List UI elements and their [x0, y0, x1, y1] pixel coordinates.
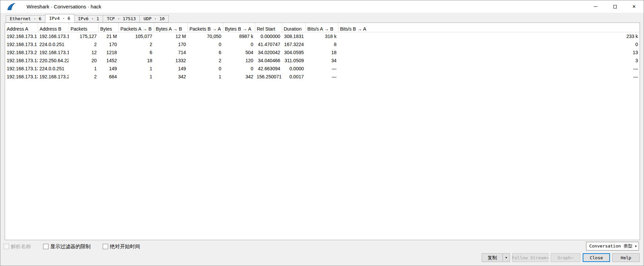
cell-bytes_ab[interactable]: 342 — [154, 73, 188, 81]
cell-rel_start[interactable]: 34.020042 — [255, 48, 282, 56]
cell-packets_ba[interactable]: 0 — [188, 40, 223, 48]
cell-bytes_ab[interactable]: 1332 — [154, 56, 188, 65]
copy-dropdown-arrow-icon[interactable]: ▼ — [503, 254, 510, 262]
cell-rel_start[interactable]: 156.250071 — [255, 73, 282, 81]
cell-address_a[interactable]: 192.168.173.1 — [5, 32, 38, 40]
cell-packets[interactable]: 175,127 — [69, 32, 98, 40]
cell-bits_ba[interactable]: 233 k — [338, 32, 640, 40]
cell-bytes[interactable]: 684 — [98, 73, 119, 81]
cell-bytes_ba[interactable]: 120 — [223, 56, 255, 65]
tab-ethernet[interactable]: Ethernet · 6 — [6, 15, 45, 23]
conversation-row[interactable]: 192.168.173.134220.250.64.22520145218133… — [5, 56, 640, 65]
cell-bits_ba[interactable]: 3 — [338, 56, 640, 65]
cell-duration[interactable]: 167.3224 — [282, 40, 305, 48]
cell-address_a[interactable]: 192.168.173.1 — [5, 40, 38, 48]
cell-packets_ab[interactable]: 2 — [119, 40, 154, 48]
cell-address_b[interactable]: 224.0.0.251 — [38, 40, 69, 48]
cell-bytes_ba[interactable]: 504 — [223, 48, 255, 56]
cell-rel_start[interactable]: 0.000000 — [255, 32, 282, 40]
cell-address_b[interactable]: 192.168.173.254 — [38, 73, 69, 81]
column-header-bits_ba[interactable]: Bits/s B → A — [338, 23, 640, 32]
column-header-packets_ba[interactable]: Packets B → A — [188, 23, 223, 32]
column-header-bytes_ba[interactable]: Bytes B → A — [223, 23, 255, 32]
cell-duration[interactable]: 0.0017 — [282, 73, 305, 81]
cell-bytes[interactable]: 170 — [98, 40, 119, 48]
close-dialog-button[interactable]: Close — [583, 253, 610, 262]
cell-packets_ba[interactable]: 1 — [188, 73, 223, 81]
cell-bits_ab[interactable]: 8 — [305, 40, 338, 48]
cell-bytes_ba[interactable]: 342 — [223, 73, 255, 81]
cell-packets_ba[interactable]: 6 — [188, 48, 223, 56]
cell-bits_ab[interactable]: 18 — [305, 48, 338, 56]
cell-bits_ab[interactable]: 34 — [305, 56, 338, 65]
cell-packets_ab[interactable]: 1 — [119, 65, 154, 73]
cell-bytes_ab[interactable]: 170 — [154, 40, 188, 48]
cell-bytes_ba[interactable]: 8987 k — [223, 32, 255, 40]
cell-bytes[interactable]: 1452 — [98, 56, 119, 65]
cell-bits_ba[interactable]: 0 — [338, 40, 640, 48]
absolute-start-time-checkbox[interactable]: 绝对开始时间 — [103, 243, 140, 250]
cell-packets[interactable]: 2 — [69, 73, 98, 81]
column-header-rel_start[interactable]: Rel Start — [255, 23, 282, 32]
cell-bits_ab[interactable]: 318 k — [305, 32, 338, 40]
cell-bytes[interactable]: 21 M — [98, 32, 119, 40]
cell-packets[interactable]: 12 — [69, 48, 98, 56]
cell-packets_ab[interactable]: 6 — [119, 48, 154, 56]
cell-bits_ab[interactable]: — — [305, 65, 338, 73]
cell-duration[interactable]: 0.0000 — [282, 65, 305, 73]
conversation-type-button[interactable]: Conversation 类型 ▼ — [586, 242, 639, 251]
cell-address_a[interactable]: 192.168.173.2 — [5, 48, 38, 56]
cell-address_b[interactable]: 220.250.64.225 — [38, 56, 69, 65]
tab-tcp[interactable]: TCP · 17513 — [103, 15, 140, 23]
cell-packets_ba[interactable]: 0 — [188, 65, 223, 73]
cell-bits_ab[interactable]: — — [305, 73, 338, 81]
cell-address_b[interactable]: 224.0.0.251 — [38, 65, 69, 73]
column-header-bits_ab[interactable]: Bits/s A → B — [305, 23, 338, 32]
cell-packets[interactable]: 20 — [69, 56, 98, 65]
cell-packets_ab[interactable]: 18 — [119, 56, 154, 65]
conversation-row[interactable]: 192.168.173.134224.0.0.251114911490042.6… — [5, 65, 640, 73]
cell-bytes_ab[interactable]: 12 M — [154, 32, 188, 40]
conversation-row[interactable]: 192.168.173.134192.168.173.2542684134213… — [5, 73, 640, 81]
column-header-packets[interactable]: Packets — [69, 23, 98, 32]
close-window-button[interactable]: ✕ — [624, 0, 644, 13]
cell-bits_ba[interactable]: — — [338, 65, 640, 73]
limit-to-filter-checkbox[interactable]: 显示过滤器的限制 — [43, 243, 91, 250]
column-header-bytes[interactable]: Bytes — [98, 23, 119, 32]
cell-bytes_ab[interactable]: 149 — [154, 65, 188, 73]
copy-button[interactable]: 复制 ▼ — [482, 253, 510, 262]
cell-packets_ab[interactable]: 105,077 — [119, 32, 154, 40]
cell-address_b[interactable]: 192.168.173.134 — [38, 32, 69, 40]
column-header-duration[interactable]: Duration — [282, 23, 305, 32]
cell-packets_ba[interactable]: 70,050 — [188, 32, 223, 40]
cell-duration[interactable]: 308.1831 — [282, 32, 305, 40]
cell-address_a[interactable]: 192.168.173.134 — [5, 73, 38, 81]
cell-bytes[interactable]: 149 — [98, 65, 119, 73]
resolve-names-checkbox[interactable]: 解析名称 — [4, 243, 31, 250]
cell-bits_ba[interactable]: 13 — [338, 48, 640, 56]
cell-rel_start[interactable]: 42.663094 — [255, 65, 282, 73]
cell-bytes[interactable]: 1218 — [98, 48, 119, 56]
help-button[interactable]: Help — [612, 253, 640, 262]
column-header-address_a[interactable]: Address A^ — [5, 23, 38, 32]
column-header-bytes_ab[interactable]: Bytes A → B — [154, 23, 188, 32]
cell-address_a[interactable]: 192.168.173.134 — [5, 56, 38, 65]
cell-duration[interactable]: 304.0595 — [282, 48, 305, 56]
minimize-button[interactable] — [586, 0, 605, 13]
conversation-row[interactable]: 192.168.173.1224.0.0.251217021700041.470… — [5, 40, 640, 48]
conversation-row[interactable]: 192.168.173.1192.168.173.134175,12721 M1… — [5, 32, 640, 40]
maximize-button[interactable] — [605, 0, 624, 13]
tab-ipv6[interactable]: IPv6 · 1 — [74, 15, 103, 23]
column-header-packets_ab[interactable]: Packets A → B — [119, 23, 154, 32]
tab-ipv4[interactable]: IPv4 · 6 — [45, 14, 74, 23]
cell-packets_ab[interactable]: 1 — [119, 73, 154, 81]
cell-rel_start[interactable]: 41.470747 — [255, 40, 282, 48]
tab-udp[interactable]: UDP · 10 — [139, 15, 169, 23]
cell-address_a[interactable]: 192.168.173.134 — [5, 65, 38, 73]
cell-packets[interactable]: 1 — [69, 65, 98, 73]
cell-bytes_ab[interactable]: 714 — [154, 48, 188, 56]
cell-bytes_ba[interactable]: 0 — [223, 40, 255, 48]
cell-duration[interactable]: 311.0509 — [282, 56, 305, 65]
cell-address_b[interactable]: 192.168.173.134 — [38, 48, 69, 56]
follow-stream-button[interactable]: Follow Stream⋯ — [512, 253, 548, 262]
